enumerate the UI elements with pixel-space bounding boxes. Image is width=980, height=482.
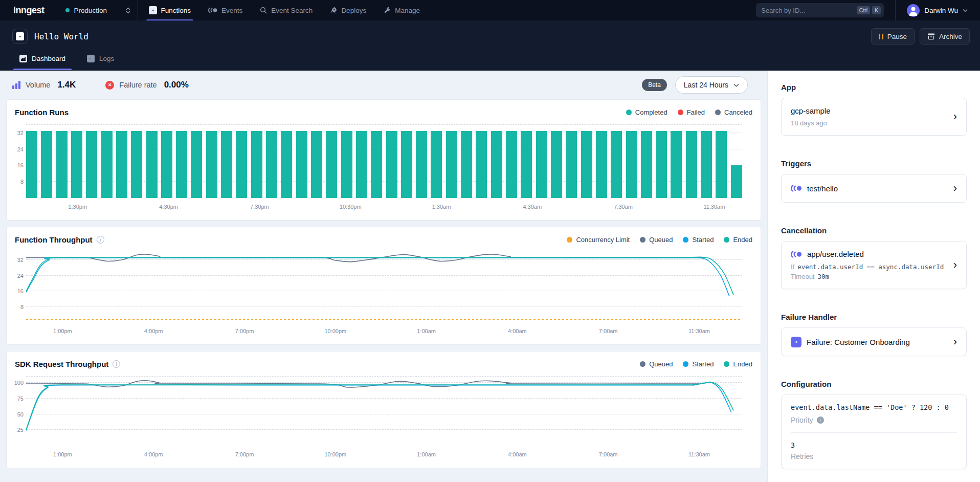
run-bar xyxy=(446,131,457,198)
x-tick-label: 1:00pm xyxy=(53,328,72,334)
run-bar xyxy=(71,131,82,198)
app-card[interactable]: gcp-sample 18 days ago › xyxy=(781,98,967,136)
tab-dashboard[interactable]: Dashboard xyxy=(12,47,73,70)
primary-nav: ‹› Functions Events Event Search Deploys xyxy=(140,0,429,20)
y-tick-label: 75 xyxy=(17,396,24,402)
legend-item[interactable]: Canceled xyxy=(715,108,752,116)
run-bar xyxy=(206,131,217,198)
run-bar xyxy=(551,131,562,198)
y-tick-label: 8 xyxy=(20,304,24,310)
run-bar xyxy=(566,131,577,198)
function-tabs: Dashboard ›_ Logs xyxy=(12,47,980,70)
env-status-dot xyxy=(65,8,70,12)
global-search[interactable]: Ctrl K xyxy=(756,3,884,17)
nav-tab-deploys[interactable]: Deploys xyxy=(321,0,375,20)
legend-dot xyxy=(724,237,729,243)
section-heading: Configuration xyxy=(781,380,967,388)
environment-switcher[interactable]: Production xyxy=(58,0,138,20)
pause-button[interactable]: Pause xyxy=(871,28,915,45)
legend-item[interactable]: Concurrency Limit xyxy=(567,236,630,244)
legend-item[interactable]: Ended xyxy=(724,360,752,368)
chart-legend: QueuedStartedEnded xyxy=(640,360,752,368)
trigger-card[interactable]: test/hello › xyxy=(781,174,967,203)
x-tick-label: 4:00pm xyxy=(144,328,163,334)
cancellation-card[interactable]: app/user.deleted If event.data.userId ==… xyxy=(781,241,967,289)
nav-tab-manage[interactable]: Manage xyxy=(375,0,429,20)
info-icon[interactable]: i xyxy=(97,236,104,244)
line-chart-canvas xyxy=(26,377,742,446)
run-bar xyxy=(536,131,547,198)
bar-series xyxy=(26,125,742,198)
legend-item[interactable]: Started xyxy=(683,360,714,368)
y-tick-label: 24 xyxy=(17,146,24,152)
legend-item[interactable]: Started xyxy=(683,236,714,244)
time-range-selector[interactable]: Last 24 Hours xyxy=(675,76,748,94)
nav-tab-label: Deploys xyxy=(341,7,366,14)
x-tick-label: 4:00am xyxy=(508,451,527,457)
y-tick-label: 50 xyxy=(17,411,24,418)
archive-button[interactable]: Archive xyxy=(920,28,970,45)
y-tick-label: 32 xyxy=(17,130,24,136)
tab-logs[interactable]: ›_ Logs xyxy=(80,47,121,70)
inngest-logo[interactable]: inngest xyxy=(0,0,58,20)
failure-handler-card[interactable]: ‹› Failure: Customer Onboarding › xyxy=(781,327,967,356)
legend-label: Queued xyxy=(649,236,673,244)
function-icon: ‹› xyxy=(12,29,28,44)
info-icon[interactable]: i xyxy=(113,360,120,368)
trigger-name: test/hello xyxy=(807,184,838,193)
run-bar xyxy=(656,131,667,198)
legend-item[interactable]: Queued xyxy=(640,360,673,368)
terminal-icon: ›_ xyxy=(87,55,95,62)
cancellation-section: Cancellation app/user.deleted If event.d… xyxy=(781,226,967,289)
legend-item[interactable]: Completed xyxy=(626,108,667,116)
if-label: If xyxy=(791,263,794,271)
legend-item[interactable]: Queued xyxy=(640,236,673,244)
failure-handler-name: Failure: Customer Onboarding xyxy=(807,338,910,346)
env-label: Production xyxy=(74,7,121,14)
function-config-sidebar: App gcp-sample 18 days ago › Triggers xyxy=(767,71,980,482)
legend-dot xyxy=(724,361,729,367)
run-bar xyxy=(461,131,472,198)
failure-rate-value: 0.00% xyxy=(164,80,189,90)
sdk-request-throughput-panel: SDK Request Throughput i QueuedStartedEn… xyxy=(6,351,761,468)
run-bar xyxy=(281,131,292,198)
legend-dot xyxy=(683,237,688,243)
chevron-right-icon[interactable]: › xyxy=(948,111,957,122)
retries-label: Retries xyxy=(791,452,813,461)
wrench-icon xyxy=(384,7,391,14)
nav-tab-event-search[interactable]: Event Search xyxy=(251,0,321,20)
event-trigger-icon xyxy=(791,251,802,258)
nav-tab-functions[interactable]: ‹› Functions xyxy=(140,0,200,20)
run-bar xyxy=(686,131,697,198)
info-icon[interactable]: i xyxy=(817,417,824,424)
legend-dot xyxy=(678,109,683,115)
triggers-section: Triggers test/hello › xyxy=(781,159,967,203)
chevron-right-icon[interactable]: › xyxy=(948,259,957,271)
user-menu[interactable]: Darwin Wu xyxy=(895,0,980,20)
chevron-right-icon[interactable]: › xyxy=(948,183,957,194)
run-bar xyxy=(131,131,142,198)
x-tick-label: 4:00pm xyxy=(144,451,163,457)
event-waves-icon xyxy=(208,7,217,13)
beta-badge: Beta xyxy=(642,79,667,91)
search-input[interactable] xyxy=(761,7,855,14)
x-tick-label: 1:00am xyxy=(417,451,436,457)
x-tick-label: 1:30am xyxy=(432,204,451,210)
legend-item[interactable]: Failed xyxy=(678,108,705,116)
nav-tab-events[interactable]: Events xyxy=(199,0,251,20)
legend-item[interactable]: Ended xyxy=(724,236,752,244)
search-icon xyxy=(260,7,267,14)
chevron-up-down-icon xyxy=(126,7,130,14)
legend-label: Ended xyxy=(733,236,752,244)
x-tick-label: 1:30pm xyxy=(68,204,87,210)
chevron-right-icon[interactable]: › xyxy=(948,336,957,347)
section-heading: App xyxy=(781,83,967,92)
x-tick-label: 11:30am xyxy=(703,204,725,210)
series-started xyxy=(26,382,731,430)
y-tick-label: 32 xyxy=(17,257,24,263)
failure-rate-stat: ✕ Failure rate 0.00% xyxy=(105,80,189,90)
user-name: Darwin Wu xyxy=(924,7,958,14)
y-tick-label: 24 xyxy=(17,273,24,279)
x-tick-label: 4:00am xyxy=(508,328,527,334)
top-nav: inngest Production ‹› Functions Events E… xyxy=(0,0,980,20)
